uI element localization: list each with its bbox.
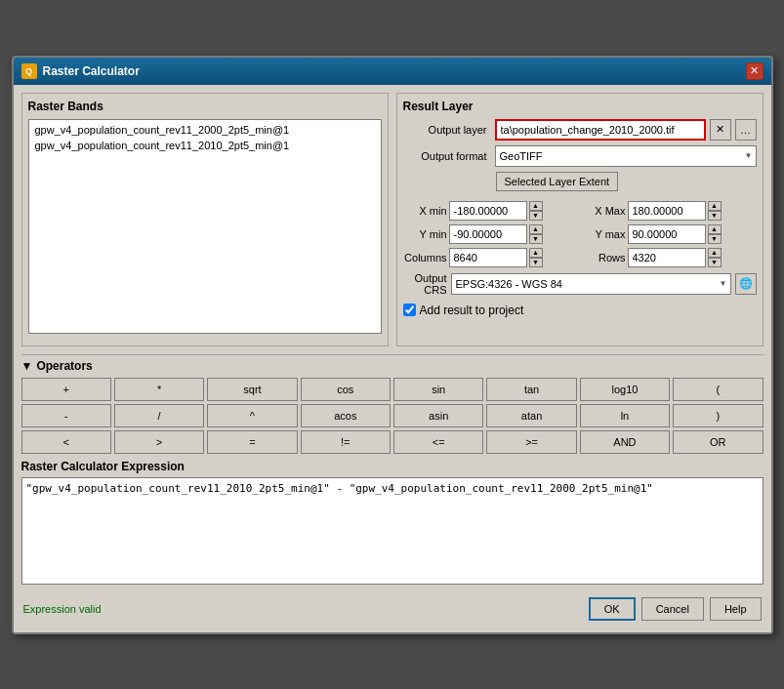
operators-collapse-icon[interactable]: ▼ — [21, 359, 33, 373]
operators-row-1: + * sqrt cos sin tan log10 ( — [21, 378, 763, 401]
ok-button[interactable]: OK — [589, 597, 636, 621]
result-layer-panel: Result Layer Output layer ✕ … Output for… — [396, 93, 763, 346]
xmax-row: X Max ▲ ▼ — [582, 201, 757, 221]
op-cos[interactable]: cos — [301, 378, 391, 401]
output-layer-input[interactable] — [495, 119, 706, 141]
rows-down[interactable]: ▼ — [708, 258, 722, 267]
op-log10[interactable]: log10 — [580, 378, 670, 401]
columns-row: Columns ▲ ▼ — [403, 248, 578, 267]
rows-spinner[interactable]: ▲ ▼ — [708, 248, 722, 267]
columns-down[interactable]: ▼ — [529, 258, 543, 267]
op-close-paren[interactable]: ) — [673, 404, 763, 427]
op-sqrt[interactable]: sqrt — [207, 378, 297, 401]
app-icon: Q — [21, 63, 37, 79]
raster-band-item-1[interactable]: gpw_v4_population_count_rev11_2010_2pt5_… — [31, 138, 379, 153]
crs-row: Output CRS EPSG:4326 - WGS 84 🌐 — [403, 272, 757, 296]
ymax-spinner[interactable]: ▲ ▼ — [708, 224, 722, 244]
crs-select-icon-button[interactable]: 🌐 — [735, 273, 757, 295]
ymax-input[interactable] — [628, 224, 706, 244]
col-row-section: Columns ▲ ▼ Rows ▲ ▼ — [403, 248, 757, 267]
ymin-up[interactable]: ▲ — [529, 224, 543, 234]
op-lt[interactable]: < — [21, 430, 111, 454]
columns-input[interactable] — [449, 248, 527, 267]
dialog-body: Raster Bands gpw_v4_population_count_rev… — [14, 85, 771, 632]
xmin-down[interactable]: ▼ — [529, 211, 543, 221]
op-asin[interactable]: asin — [393, 404, 483, 427]
xmin-label: X min — [403, 205, 447, 217]
cancel-button[interactable]: Cancel — [641, 597, 704, 621]
op-multiply[interactable]: * — [114, 378, 204, 401]
status-text: Expression valid — [23, 603, 102, 615]
op-power[interactable]: ^ — [207, 404, 297, 427]
close-button[interactable]: ✕ — [746, 62, 763, 80]
operators-row-3: < > = != <= >= AND OR — [21, 430, 763, 454]
ymax-up[interactable]: ▲ — [708, 224, 722, 234]
xmin-input[interactable] — [449, 201, 527, 221]
ymin-row: Y min ▲ ▼ — [403, 224, 578, 244]
xmax-label: X Max — [582, 205, 626, 217]
op-plus[interactable]: + — [21, 378, 111, 401]
operators-header: ▼ Operators — [21, 359, 763, 373]
op-gte[interactable]: >= — [486, 430, 576, 454]
op-divide[interactable]: / — [114, 404, 204, 427]
raster-bands-title: Raster Bands — [28, 100, 382, 113]
columns-spinner[interactable]: ▲ ▼ — [529, 248, 543, 267]
raster-bands-list: gpw_v4_population_count_rev11_2000_2pt5_… — [28, 119, 382, 334]
add-to-project-row: Add result to project — [403, 304, 757, 317]
op-open-paren[interactable]: ( — [673, 378, 763, 401]
op-atan[interactable]: atan — [486, 404, 576, 427]
raster-band-item-0[interactable]: gpw_v4_population_count_rev11_2000_2pt5_… — [31, 122, 379, 138]
xmax-spinner[interactable]: ▲ ▼ — [708, 201, 722, 221]
ymin-spinner[interactable]: ▲ ▼ — [529, 224, 543, 244]
rows-up[interactable]: ▲ — [708, 248, 722, 258]
op-eq[interactable]: = — [207, 430, 297, 454]
op-minus[interactable]: - — [21, 404, 111, 427]
xmin-up[interactable]: ▲ — [529, 201, 543, 211]
xmax-up[interactable]: ▲ — [708, 201, 722, 211]
rows-input[interactable] — [628, 248, 706, 267]
op-ln[interactable]: ln — [580, 404, 670, 427]
ymin-label: Y min — [403, 228, 447, 240]
op-or[interactable]: OR — [673, 430, 763, 454]
clear-output-button[interactable]: ✕ — [710, 119, 731, 141]
xmin-spinner[interactable]: ▲ ▼ — [529, 201, 543, 221]
output-layer-row: Output layer ✕ … — [403, 119, 757, 141]
add-to-project-label: Add result to project — [420, 304, 524, 317]
output-format-select[interactable]: GeoTIFF — [495, 145, 757, 167]
op-sin[interactable]: sin — [393, 378, 483, 401]
columns-up[interactable]: ▲ — [529, 248, 543, 258]
xmax-down[interactable]: ▼ — [708, 211, 722, 221]
xmax-input[interactable] — [628, 201, 706, 221]
raster-calculator-dialog: Q Raster Calculator ✕ Raster Bands gpw_v… — [12, 56, 773, 634]
op-neq[interactable]: != — [301, 430, 391, 454]
crs-select[interactable]: EPSG:4326 - WGS 84 — [451, 273, 731, 295]
title-bar: Q Raster Calculator ✕ — [14, 58, 771, 85]
output-format-row: Output format GeoTIFF — [403, 145, 757, 167]
op-tan[interactable]: tan — [486, 378, 576, 401]
window-title: Raster Calculator — [43, 64, 140, 78]
crs-dropdown-wrapper[interactable]: EPSG:4326 - WGS 84 — [451, 273, 731, 295]
ymin-input[interactable] — [449, 224, 527, 244]
status-bar: Expression valid OK Cancel Help — [21, 593, 763, 625]
browse-output-button[interactable]: … — [735, 119, 757, 141]
raster-bands-panel: Raster Bands gpw_v4_population_count_rev… — [21, 93, 389, 346]
expression-input[interactable]: "gpw_v4_population_count_rev11_2010_2pt5… — [21, 477, 763, 585]
operators-section: ▼ Operators + * sqrt cos sin tan log10 (… — [21, 359, 763, 454]
add-to-project-checkbox[interactable] — [403, 304, 416, 316]
output-format-dropdown-wrapper[interactable]: GeoTIFF — [495, 145, 757, 167]
columns-label: Columns — [403, 252, 447, 263]
op-acos[interactable]: acos — [301, 404, 391, 427]
op-lte[interactable]: <= — [393, 430, 483, 454]
selected-layer-extent-button[interactable]: Selected Layer Extent — [496, 172, 619, 191]
op-gt[interactable]: > — [114, 430, 204, 454]
expression-title: Raster Calculator Expression — [21, 460, 763, 473]
rows-row: Rows ▲ ▼ — [582, 248, 757, 267]
xmin-row: X min ▲ ▼ — [403, 201, 578, 221]
crs-label: Output CRS — [403, 272, 447, 296]
ymin-down[interactable]: ▼ — [529, 234, 543, 244]
rows-label: Rows — [582, 252, 626, 263]
op-and[interactable]: AND — [580, 430, 670, 454]
ymax-down[interactable]: ▼ — [708, 234, 722, 244]
result-layer-title: Result Layer — [403, 100, 757, 113]
help-button[interactable]: Help — [710, 597, 762, 621]
